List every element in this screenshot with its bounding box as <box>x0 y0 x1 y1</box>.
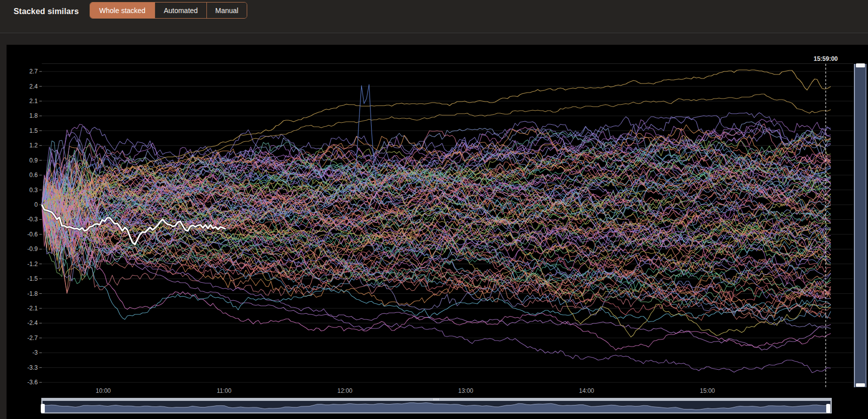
svg-text:0.3: 0.3 <box>29 187 38 194</box>
svg-text:-3.6: -3.6 <box>27 379 38 386</box>
svg-text:2.1: 2.1 <box>29 98 38 105</box>
svg-text:0.6: 0.6 <box>29 172 38 179</box>
svg-text:1.8: 1.8 <box>29 112 38 119</box>
svg-text:15:59:00: 15:59:00 <box>814 55 838 62</box>
svg-text:2.4: 2.4 <box>29 83 38 90</box>
svg-text:1.2: 1.2 <box>29 142 38 149</box>
svg-text:13:00: 13:00 <box>458 387 473 394</box>
svg-text:0.9: 0.9 <box>29 157 38 164</box>
svg-text:11:00: 11:00 <box>216 387 231 394</box>
svg-text:-0.6: -0.6 <box>27 231 38 238</box>
svg-text:-1.5: -1.5 <box>27 275 38 282</box>
svg-text:12:00: 12:00 <box>337 387 352 394</box>
svg-text:-1.2: -1.2 <box>27 261 38 268</box>
svg-text:0: 0 <box>34 201 38 208</box>
svg-text:-3.3: -3.3 <box>27 364 38 371</box>
svg-text:14:00: 14:00 <box>579 387 594 394</box>
svg-text:10:00: 10:00 <box>96 387 111 394</box>
svg-text:-0.9: -0.9 <box>27 245 38 253</box>
svg-text:-1.8: -1.8 <box>27 290 38 297</box>
svg-text:-2.1: -2.1 <box>27 305 38 312</box>
svg-text:-3: -3 <box>32 349 38 356</box>
svg-text:1.5: 1.5 <box>29 127 38 134</box>
svg-text:-2.7: -2.7 <box>27 334 38 342</box>
svg-text:-2.4: -2.4 <box>27 319 38 326</box>
svg-text:-0.3: -0.3 <box>27 216 38 223</box>
svg-text:15:00: 15:00 <box>700 387 715 394</box>
svg-text:2.7: 2.7 <box>29 68 38 75</box>
